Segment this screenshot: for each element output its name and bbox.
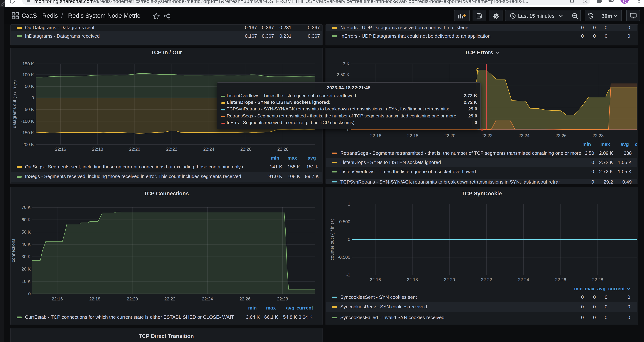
svg-text:22:16: 22:16 [370, 133, 381, 138]
svg-text:30 K: 30 K [22, 254, 30, 259]
svg-text:connections: connections [10, 239, 16, 262]
svg-text:22:28: 22:28 [277, 147, 288, 152]
svg-text:2.50 K: 2.50 K [337, 72, 350, 77]
svg-text:22:20: 22:20 [444, 133, 456, 138]
svg-text:22:26: 22:26 [239, 296, 250, 301]
svg-text:counter out (-) / in (+): counter out (-) / in (+) [330, 219, 334, 260]
svg-text:70 K: 70 K [22, 205, 30, 210]
svg-text:-50 K: -50 K [23, 107, 34, 112]
svg-text:22:26: 22:26 [555, 277, 566, 282]
svg-text:22:16: 22:16 [55, 147, 66, 152]
svg-text:22:24: 22:24 [203, 147, 214, 152]
svg-text:60 K: 60 K [22, 217, 30, 222]
svg-text:22:26: 22:26 [240, 147, 251, 152]
svg-text:22:24: 22:24 [518, 277, 529, 282]
svg-text:-200 K: -200 K [21, 142, 34, 147]
svg-text:22:16: 22:16 [370, 277, 381, 282]
svg-text:22:20: 22:20 [129, 147, 140, 152]
svg-text:0: 0 [28, 291, 30, 296]
svg-text:22:18: 22:18 [89, 296, 100, 301]
svg-text:0.500: 0.500 [339, 219, 350, 224]
svg-text:22:28: 22:28 [277, 296, 288, 301]
svg-text:22:24: 22:24 [202, 296, 213, 301]
svg-text:0: 0 [32, 95, 34, 100]
svg-text:-100 K: -100 K [21, 119, 34, 124]
svg-text:-0.500: -0.500 [338, 255, 350, 260]
svg-text:22:24: 22:24 [518, 133, 530, 138]
svg-text:-150 K: -150 K [21, 130, 34, 135]
svg-text:datagrams out (-) / in (+): datagrams out (-) / in (+) [12, 80, 17, 128]
svg-text:1: 1 [348, 201, 350, 206]
svg-text:40 K: 40 K [22, 242, 30, 247]
svg-text:22:28: 22:28 [592, 133, 604, 138]
svg-text:-1: -1 [346, 272, 350, 277]
svg-text:10 K: 10 K [22, 279, 30, 284]
svg-text:22:28: 22:28 [592, 277, 603, 282]
svg-text:22:22: 22:22 [164, 296, 175, 301]
svg-text:20 K: 20 K [22, 267, 30, 272]
svg-text:22:18: 22:18 [407, 133, 418, 138]
svg-text:22:26: 22:26 [556, 133, 566, 138]
svg-text:100 K: 100 K [22, 72, 34, 77]
svg-text:0: 0 [348, 237, 350, 242]
svg-text:150 K: 150 K [22, 61, 34, 66]
svg-text:50 K: 50 K [22, 230, 30, 235]
svg-text:22:20: 22:20 [444, 277, 455, 282]
svg-text:22:22: 22:22 [482, 133, 492, 138]
svg-text:22:20: 22:20 [126, 296, 138, 301]
svg-text:22:22: 22:22 [481, 277, 492, 282]
svg-text:22:18: 22:18 [407, 277, 418, 282]
svg-text:50 K: 50 K [25, 84, 34, 89]
svg-text:22:18: 22:18 [92, 147, 103, 152]
svg-text:22:16: 22:16 [52, 296, 63, 301]
svg-text:3 K: 3 K [343, 61, 350, 66]
svg-text:22:22: 22:22 [166, 147, 177, 152]
